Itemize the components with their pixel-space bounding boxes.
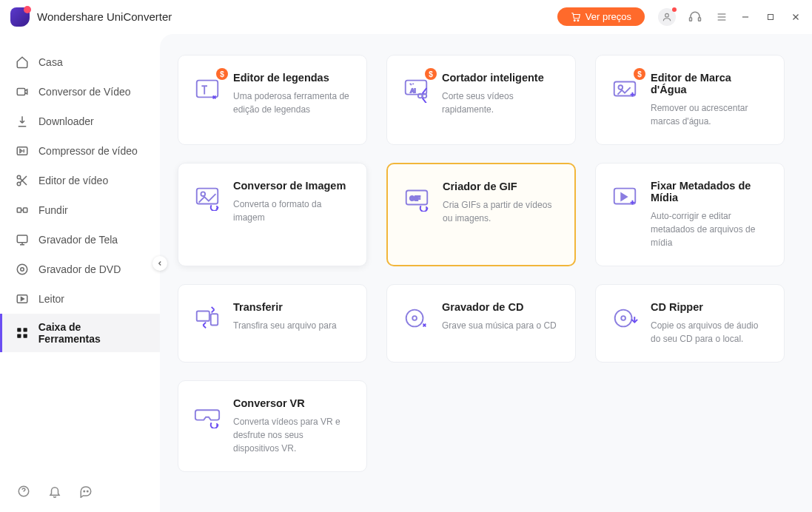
svg-rect-29 — [197, 81, 218, 98]
close-button[interactable] — [790, 11, 802, 23]
transfer-icon — [193, 304, 221, 332]
pricing-button[interactable]: Ver preços — [557, 7, 645, 26]
app-logo — [10, 7, 30, 27]
notifications-button[interactable] — [47, 484, 62, 499]
feedback-button[interactable] — [78, 484, 93, 499]
tool-card-title: Editor de Marca d'Água — [651, 72, 769, 95]
tool-card-desc: Auto-corrigir e editar metadados de arqu… — [651, 209, 769, 249]
tool-card-cd-burner[interactable]: Gravador de CD Grave sua música para o C… — [386, 284, 576, 363]
svg-point-28 — [87, 491, 89, 492]
sidebar-item-compressor[interactable]: Compressor de vídeo — [0, 136, 160, 166]
subtitle-editor-icon: $ — [193, 75, 221, 103]
metadata-icon — [611, 183, 639, 211]
svg-text:AI: AI — [410, 87, 415, 94]
sidebar-collapse-button[interactable] — [152, 256, 167, 271]
sidebar-item-dvd-burner[interactable]: Gravador de DVD — [0, 255, 160, 284]
user-avatar[interactable] — [658, 8, 676, 26]
svg-point-45 — [615, 310, 632, 327]
tool-card-vr-converter[interactable]: Conversor VR Converta vídeos para VR e d… — [178, 380, 367, 472]
tool-card-subtitle-editor[interactable]: $ Editor de legendas Uma poderosa ferram… — [178, 55, 367, 145]
menu-button[interactable] — [714, 10, 729, 24]
sidebar-item-downloader[interactable]: Downloader — [0, 107, 160, 136]
tool-card-desc: Transfira seu arquivo para — [233, 319, 352, 332]
svg-rect-25 — [23, 334, 27, 338]
tool-card-smart-trimmer[interactable]: AI $ Cortador inteligente Corte seus víd… — [386, 55, 576, 145]
svg-text:GIF: GIF — [410, 195, 420, 202]
sidebar-item-label: Leitor — [38, 293, 64, 305]
tool-card-title: Fixar Metadados de Mídia — [651, 180, 769, 203]
user-icon — [662, 12, 672, 22]
svg-point-20 — [21, 268, 24, 272]
app-title: Wondershare UniConverter — [37, 10, 172, 23]
support-button[interactable] — [688, 10, 702, 24]
maximize-button[interactable] — [765, 11, 776, 23]
svg-rect-17 — [24, 208, 27, 212]
svg-rect-16 — [17, 208, 21, 212]
sidebar-item-label: Editor de vídeo — [38, 175, 108, 186]
home-icon — [15, 55, 30, 70]
svg-rect-4 — [699, 17, 701, 21]
tool-card-desc: Converta vídeos para VR e desfrute nos s… — [233, 415, 352, 455]
tool-card-desc: Converta o formato da imagem — [233, 198, 352, 224]
tool-card-image-converter[interactable]: Conversor de Imagem Converta o formato d… — [178, 163, 367, 266]
sidebar: Casa Conversor de Vídeo Downloader Compr… — [0, 34, 160, 512]
smart-trimmer-icon: AI $ — [402, 75, 430, 103]
svg-point-37 — [201, 192, 205, 196]
headset-icon — [688, 10, 702, 24]
tool-card-cd-ripper[interactable]: CD Ripper Copie os arquivos de áudio do … — [595, 284, 785, 363]
help-button[interactable] — [16, 484, 31, 499]
svg-point-35 — [618, 85, 623, 90]
sidebar-item-player[interactable]: Leitor — [0, 284, 160, 314]
hamburger-icon — [716, 11, 728, 23]
tool-card-title: Criador de GIF — [443, 181, 560, 192]
sidebar-item-label: Downloader — [38, 115, 94, 127]
sidebar-item-label: Gravador de DVD — [38, 263, 121, 275]
tool-card-watermark-editor[interactable]: $ Editor de Marca d'Água Remover ou acre… — [595, 55, 785, 145]
sidebar-item-home[interactable]: Casa — [0, 47, 160, 77]
svg-rect-41 — [197, 311, 209, 321]
tool-card-title: Transferir — [233, 301, 352, 313]
minimize-icon — [740, 12, 751, 22]
minimize-button[interactable] — [739, 11, 751, 23]
tool-card-gif-maker[interactable]: GIF Criador de GIF Cria GIFs a partir de… — [386, 163, 576, 266]
sidebar-item-video-converter[interactable]: Conversor de Vídeo — [0, 77, 160, 107]
cd-burner-icon — [402, 304, 430, 332]
vr-converter-icon — [193, 400, 221, 428]
tool-card-title: Cortador inteligente — [442, 72, 560, 84]
chat-icon — [79, 485, 93, 498]
svg-rect-24 — [17, 334, 21, 338]
content-area: $ Editor de legendas Uma poderosa ferram… — [160, 34, 812, 512]
svg-point-2 — [665, 13, 669, 17]
watermark-icon: $ — [611, 75, 639, 103]
sidebar-item-toolbox[interactable]: Caixa de Ferramentas — [0, 314, 160, 352]
tool-card-fix-metadata[interactable]: Fixar Metadados de Mídia Auto-corrigir e… — [595, 163, 785, 266]
sidebar-item-screen-recorder[interactable]: Gravador de Tela — [0, 225, 160, 255]
premium-badge: $ — [216, 68, 228, 80]
bell-icon — [48, 485, 61, 498]
sidebar-item-label: Compressor de vídeo — [38, 145, 138, 157]
tool-card-desc: Remover ou acrescentar marcas d'água. — [651, 101, 769, 128]
svg-point-33 — [423, 94, 427, 98]
close-icon — [791, 12, 801, 22]
maximize-icon — [766, 13, 775, 21]
tool-card-desc: Copie os arquivos de áudio do seu CD par… — [651, 319, 769, 346]
screen-recorder-icon — [15, 232, 30, 247]
svg-point-0 — [574, 19, 575, 21]
video-converter-icon — [15, 84, 30, 99]
svg-rect-42 — [211, 314, 218, 325]
premium-badge: $ — [634, 68, 645, 80]
sidebar-item-label: Casa — [38, 56, 63, 68]
help-icon — [17, 485, 30, 498]
scissors-icon — [15, 173, 30, 188]
title-bar: Wondershare UniConverter Ver preços — [0, 0, 812, 34]
svg-point-43 — [406, 310, 423, 327]
sidebar-item-editor[interactable]: Editor de vídeo — [0, 166, 160, 195]
pricing-label: Ver preços — [585, 11, 631, 22]
sidebar-item-label: Caixa de Ferramentas — [38, 321, 145, 345]
sidebar-item-merge[interactable]: Fundir — [0, 195, 160, 225]
tool-card-title: Conversor de Imagem — [233, 180, 352, 192]
tool-card-title: Editor de legendas — [233, 72, 352, 84]
tool-card-title: Gravador de CD — [442, 301, 560, 313]
svg-point-1 — [577, 19, 579, 21]
tool-card-transfer[interactable]: Transferir Transfira seu arquivo para — [178, 284, 367, 363]
